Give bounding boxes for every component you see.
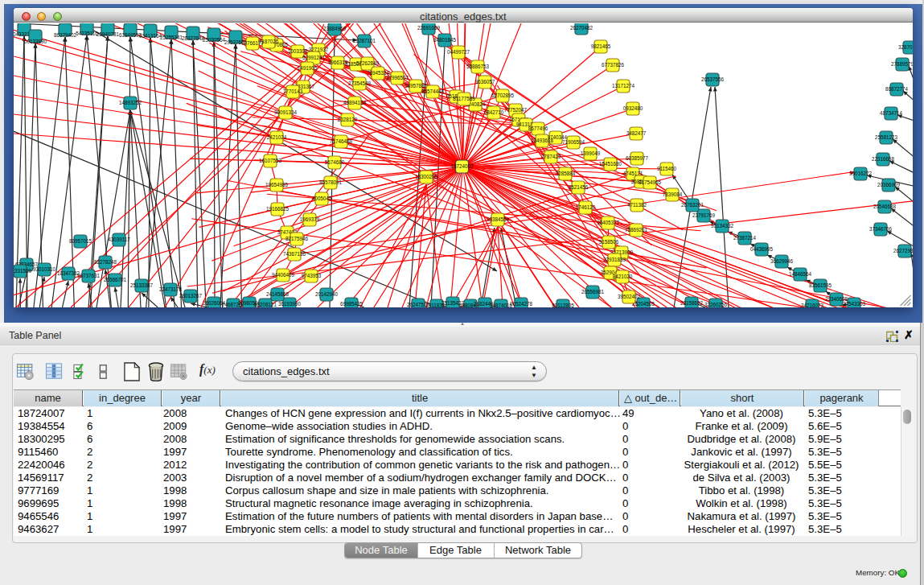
svg-text:26556981: 26556981 [581, 289, 605, 295]
svg-text:1746120: 1746120 [576, 204, 596, 210]
svg-text:39502402: 39502402 [618, 294, 641, 299]
svg-text:22473178: 22473178 [159, 286, 183, 292]
svg-text:26270482: 26270482 [570, 25, 593, 31]
svg-text:9743953: 9743953 [302, 273, 322, 278]
svg-text:48734714: 48734714 [880, 110, 903, 116]
svg-text:32260256: 32260256 [704, 302, 728, 307]
svg-text:23158692: 23158692 [680, 300, 704, 306]
svg-text:7770143: 7770143 [283, 89, 303, 94]
svg-text:81754965: 81754965 [639, 179, 662, 185]
svg-text:82175946: 82175946 [285, 236, 309, 241]
svg-text:20142940: 20142940 [315, 291, 339, 297]
svg-text:24145868: 24145868 [266, 291, 290, 297]
svg-text:43039117: 43039117 [108, 237, 130, 242]
svg-text:22691669: 22691669 [417, 25, 441, 31]
svg-text:67737826: 67737826 [602, 62, 625, 68]
svg-text:13493618: 13493618 [531, 138, 554, 143]
svg-text:20366909: 20366909 [877, 182, 901, 187]
svg-text:49894134: 49894134 [343, 100, 367, 105]
svg-text:75869261: 75869261 [625, 227, 648, 233]
svg-text:80112805: 80112805 [552, 303, 574, 307]
svg-text:1399049: 1399049 [581, 150, 601, 156]
svg-text:13171274: 13171274 [612, 83, 635, 89]
svg-text:15451680: 15451680 [599, 161, 622, 167]
svg-text:26763201: 26763201 [681, 202, 704, 208]
svg-text:2787429: 2787429 [541, 154, 561, 159]
svg-text:93010310: 93010310 [33, 266, 56, 272]
svg-text:4005045: 4005045 [312, 196, 332, 201]
svg-text:69985435: 69985435 [340, 301, 363, 307]
svg-text:22316658: 22316658 [872, 156, 895, 162]
svg-text:99737631: 99737631 [77, 273, 101, 278]
svg-text:60385977: 60385977 [626, 155, 649, 161]
svg-text:14893252: 14893252 [119, 100, 142, 105]
svg-text:71331509: 71331509 [14, 268, 31, 274]
svg-text:9821465: 9821465 [591, 43, 611, 49]
svg-text:25133387: 25133387 [130, 282, 154, 288]
svg-text:32870831: 32870831 [898, 44, 913, 50]
svg-text:29340608: 29340608 [825, 296, 848, 302]
svg-text:9115460: 9115460 [657, 166, 677, 171]
svg-text:3285884: 3285884 [556, 171, 576, 176]
svg-text:23791769: 23791769 [692, 212, 716, 218]
svg-text:14846564: 14846564 [789, 271, 812, 277]
svg-text:52991241: 52991241 [302, 55, 326, 60]
svg-text:00133890: 00133890 [24, 39, 47, 44]
svg-text:96405377: 96405377 [597, 220, 620, 225]
svg-text:71746488: 71746488 [330, 138, 353, 144]
svg-text:9636057: 9636057 [475, 79, 495, 84]
svg-text:26537556: 26537556 [701, 76, 725, 82]
svg-text:8421020: 8421020 [613, 274, 633, 279]
svg-text:04436995: 04436995 [750, 246, 774, 252]
svg-text:62702895: 62702895 [491, 93, 515, 98]
svg-text:19384554: 19384554 [487, 216, 510, 222]
svg-text:37346706: 37346706 [869, 226, 893, 232]
svg-text:5674680: 5674680 [325, 159, 345, 165]
svg-text:25030564: 25030564 [203, 37, 226, 43]
svg-text:00524278: 00524278 [510, 301, 533, 307]
svg-text:8677496: 8677496 [528, 126, 548, 131]
svg-text:20546688: 20546688 [873, 204, 897, 209]
svg-text:16107553: 16107553 [259, 158, 282, 163]
svg-text:26566701: 26566701 [104, 277, 127, 282]
svg-text:28327648: 28327648 [182, 35, 205, 41]
svg-text:86578091: 86578091 [319, 179, 343, 185]
svg-text:28013267: 28013267 [179, 293, 203, 299]
svg-text:37996507: 37996507 [386, 75, 409, 80]
svg-text:2328120: 2328120 [338, 117, 358, 122]
svg-text:23884969: 23884969 [323, 26, 347, 31]
svg-text:36193990: 36193990 [278, 301, 302, 307]
svg-text:3482477: 3482477 [626, 130, 647, 136]
svg-text:7839084: 7839084 [663, 192, 683, 197]
svg-text:34216073: 34216073 [801, 303, 824, 307]
svg-text:77752047: 77752047 [504, 107, 528, 113]
svg-text:27543303: 27543303 [843, 301, 866, 307]
svg-text:71906594: 71906594 [562, 139, 585, 145]
svg-text:0842710: 0842710 [484, 109, 504, 115]
svg-text:2421024: 2421024 [267, 134, 287, 140]
svg-text:4711382: 4711382 [627, 202, 647, 208]
svg-text:95134332: 95134332 [711, 223, 734, 229]
svg-text:82278248: 82278248 [94, 259, 117, 265]
svg-text:25581223: 25581223 [875, 134, 898, 140]
svg-text:86379402: 86379402 [54, 32, 77, 38]
svg-text:99016272: 99016272 [849, 171, 873, 176]
svg-text:27889579: 27889579 [891, 61, 913, 67]
svg-text:1491905: 1491905 [298, 65, 318, 71]
svg-text:5158506: 5158506 [599, 239, 619, 245]
svg-text:54235116: 54235116 [76, 31, 98, 36]
svg-text:18724007: 18724007 [450, 163, 474, 169]
svg-text:26272980: 26272980 [893, 248, 913, 253]
svg-text:99091334: 99091334 [274, 109, 298, 115]
svg-text:81177589: 81177589 [453, 96, 475, 101]
svg-text:86872774: 86872774 [885, 86, 909, 92]
svg-text:85574443: 85574443 [421, 89, 445, 94]
svg-text:1003309: 1003309 [288, 48, 308, 54]
svg-text:25940781: 25940781 [97, 31, 120, 37]
svg-text:00766177: 00766177 [241, 40, 265, 46]
svg-text:18300295: 18300295 [415, 174, 438, 179]
svg-text:0932480: 0932480 [623, 105, 643, 111]
svg-text:80957015: 80957015 [69, 238, 92, 244]
svg-text:83561595: 83561595 [809, 282, 832, 288]
svg-text:88208121: 88208121 [254, 302, 277, 307]
